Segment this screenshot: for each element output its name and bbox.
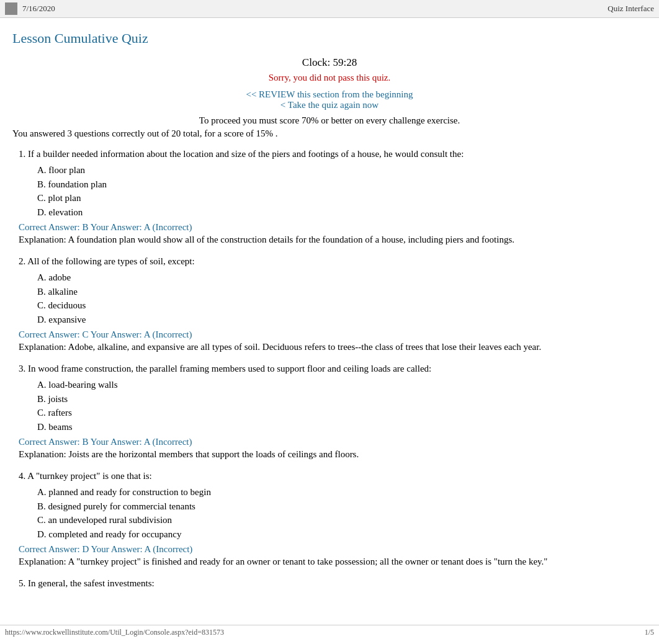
question-text: 3. In wood frame construction, the paral… [19, 364, 647, 374]
review-links: << REVIEW this section from the beginnin… [12, 89, 647, 110]
question-text: 5. In general, the safest investments: [19, 578, 647, 589]
question-text: 1. If a builder needed information about… [19, 149, 647, 159]
answer-option: B. foundation plan [37, 177, 647, 192]
page-content: Lesson Cumulative Quiz Clock: 59:28 Sorr… [0, 18, 659, 612]
retake-quiz-link[interactable]: < Take the quiz again now [12, 100, 647, 110]
question-text: 4. A "turnkey project" is one that is: [19, 471, 647, 481]
sorry-message: Sorry, you did not pass this quiz. [12, 73, 647, 83]
answer-option: D. completed and ready for occupancy [37, 527, 647, 542]
answer-option: C. deciduous [37, 298, 647, 313]
answer-option: C. rafters [37, 406, 647, 420]
footer-url: https://www.rockwellinstitute.com/Util_L… [5, 628, 224, 637]
question-block: 2. All of the following are types of soi… [19, 256, 647, 352]
answer-option: A. floor plan [37, 163, 647, 177]
answer-option: B. joists [37, 392, 647, 406]
question-block: 3. In wood frame construction, the paral… [19, 364, 647, 460]
explanation-line: Explanation: A foundation plan would sho… [19, 235, 647, 245]
clock-display: Clock: 59:28 [12, 56, 647, 69]
browser-bar: 7/16/2020 Quiz Interface [0, 0, 659, 18]
score-requirement: To proceed you must score 70% or better … [12, 115, 647, 126]
question-text: 2. All of the following are types of soi… [19, 256, 647, 267]
answer-option: D. elevation [37, 205, 647, 220]
explanation-line: Explanation: Joists are the horizontal m… [19, 449, 647, 460]
answer-option: C. an undeveloped rural subdivision [37, 513, 647, 527]
correct-answer-line: Correct Answer: B Your Answer: A (Incorr… [19, 437, 647, 447]
answer-option: B. alkaline [37, 285, 647, 299]
review-section-link[interactable]: << REVIEW this section from the beginnin… [12, 89, 647, 100]
footer-bar: https://www.rockwellinstitute.com/Util_L… [0, 625, 659, 640]
answer-option: A. load-bearing walls [37, 378, 647, 392]
questions-section: 1. If a builder needed information about… [12, 149, 647, 589]
question-block: 1. If a builder needed information about… [19, 149, 647, 245]
tab-title: Quiz Interface [607, 4, 654, 14]
question-block: 5. In general, the safest investments: [19, 578, 647, 589]
answer-option: A. planned and ready for construction to… [37, 485, 647, 499]
explanation-line: Explanation: Adobe, alkaline, and expans… [19, 342, 647, 352]
correct-answer-line: Correct Answer: C Your Answer: A (Incorr… [19, 329, 647, 340]
page-number: 1/5 [645, 628, 654, 637]
answer-option: C. plot plan [37, 191, 647, 205]
answer-option: D. beams [37, 420, 647, 434]
page-title: Lesson Cumulative Quiz [12, 30, 647, 47]
explanation-line: Explanation: A "turnkey project" is fini… [19, 557, 647, 567]
answer-option: A. adobe [37, 271, 647, 285]
correct-answer-line: Correct Answer: B Your Answer: A (Incorr… [19, 222, 647, 233]
answer-option: D. expansive [37, 313, 647, 327]
question-block: 4. A "turnkey project" is one that is:A.… [19, 471, 647, 567]
logo-icon [5, 2, 17, 15]
date-label: 7/16/2020 [22, 4, 55, 14]
correct-answer-line: Correct Answer: D Your Answer: A (Incorr… [19, 544, 647, 555]
answer-option: B. designed purely for commercial tenant… [37, 499, 647, 514]
you-answered: You answered 3 questions correctly out o… [12, 128, 647, 139]
browser-left: 7/16/2020 [5, 2, 55, 15]
